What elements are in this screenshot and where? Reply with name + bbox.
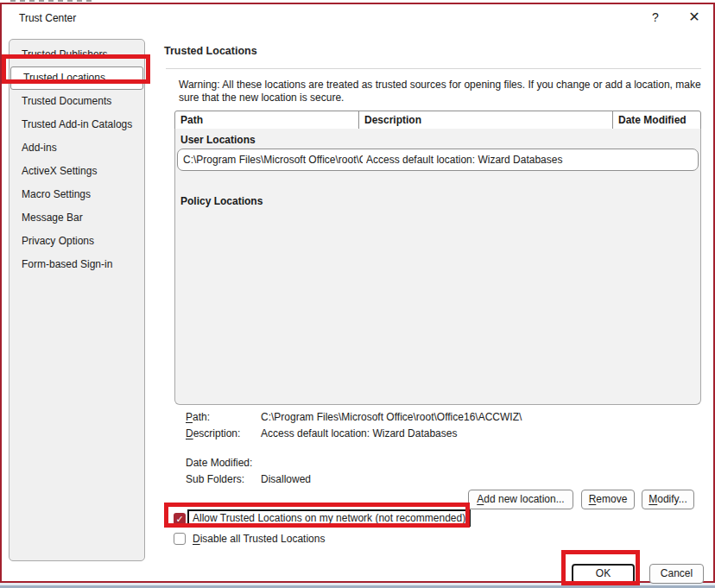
detail-sub-folders-value: Disallowed — [261, 473, 311, 485]
allow-network-checkbox[interactable]: ✓ — [174, 513, 186, 525]
disable-all-checkbox[interactable] — [174, 533, 186, 545]
column-header-date-modified[interactable]: Date Modified — [612, 111, 701, 130]
remove-button[interactable]: Remove — [581, 490, 635, 509]
sidebar-item-trusted-locations[interactable]: Trusted Locations — [10, 66, 143, 90]
sidebar-item-trusted-publishers[interactable]: Trusted Publishers — [9, 43, 144, 66]
add-new-location-button[interactable]: Add new location... — [468, 490, 573, 509]
sidebar-item-add-ins[interactable]: Add-ins — [9, 136, 144, 160]
ok-button[interactable]: OK — [572, 564, 635, 584]
sidebar-item-form-based-sign-in[interactable]: Form-based Sign-in — [9, 253, 144, 276]
warning-text-line2: sure that the new location is secure. — [179, 92, 710, 104]
detail-date-modified-label: Date Modified: — [186, 457, 252, 469]
allow-network-checkbox-label[interactable]: Allow Trusted Locations on my network (n… — [187, 509, 471, 527]
column-header-path[interactable]: Path — [174, 111, 359, 130]
warning-text-line1: Warning: All these locations are treated… — [179, 79, 710, 91]
page-title: Trusted Locations — [164, 45, 257, 57]
detail-path-label: Path: — [186, 411, 210, 423]
help-icon[interactable]: ? — [648, 10, 663, 26]
sidebar-item-privacy-options[interactable]: Privacy Options — [9, 230, 144, 253]
checkmark-icon: ✓ — [175, 514, 183, 524]
sidebar-item-message-bar[interactable]: Message Bar — [9, 206, 144, 230]
cancel-button[interactable]: Cancel — [649, 564, 704, 584]
detail-path-value: C:\Program Files\Microsoft Office\root\O… — [261, 411, 522, 423]
row-path-cell: C:\Program Files\Microsoft Office\root\O… — [183, 149, 363, 170]
sidebar-item-trusted-addin-catalogs[interactable]: Trusted Add-in Catalogs — [9, 113, 144, 136]
sidebar-item-activex-settings[interactable]: ActiveX Settings — [9, 160, 144, 183]
heading-divider — [166, 68, 701, 69]
sidebar: Trusted Publishers Trusted Locations Tru… — [9, 39, 145, 561]
locations-table-body: User Locations C:\Program Files\Microsof… — [174, 129, 701, 405]
group-header-user-locations: User Locations — [180, 134, 256, 146]
background-window-fragment — [10, 0, 93, 2]
sidebar-item-macro-settings[interactable]: Macro Settings — [9, 183, 144, 206]
detail-description-label: Description: — [186, 427, 240, 439]
close-icon[interactable]: ✕ — [686, 9, 703, 26]
locations-table-header: Path Description Date Modified — [174, 111, 701, 130]
detail-description-value: Access default location: Wizard Database… — [261, 427, 457, 439]
modify-button[interactable]: Modify... — [642, 490, 694, 509]
row-description-cell: Access default location: Wizard Database… — [366, 149, 617, 170]
detail-sub-folders-label: Sub Folders: — [186, 473, 244, 485]
group-header-policy-locations: Policy Locations — [180, 195, 263, 207]
disable-all-checkbox-label[interactable]: Disable all Trusted Locations — [193, 533, 325, 545]
sidebar-item-trusted-documents[interactable]: Trusted Documents — [9, 90, 144, 113]
dialog-title: Trust Center — [19, 12, 76, 24]
table-row-selected-location[interactable]: C:\Program Files\Microsoft Office\root\O… — [177, 149, 699, 171]
column-header-description[interactable]: Description — [358, 111, 613, 130]
trust-center-dialog: Trust Center ? ✕ Trusted Publishers Trus… — [0, 3, 715, 583]
